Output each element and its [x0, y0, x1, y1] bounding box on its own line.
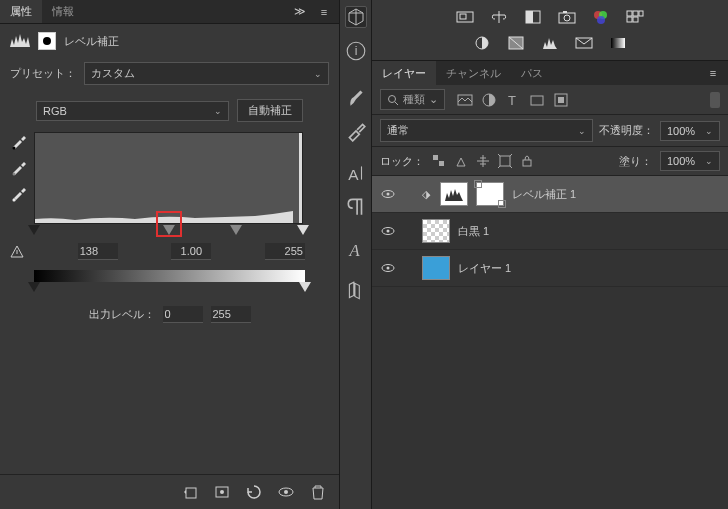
input-white-slider[interactable] — [297, 225, 309, 235]
top-tool-icons — [372, 0, 728, 34]
brush-settings-icon[interactable] — [345, 120, 367, 142]
delete-icon[interactable] — [309, 483, 327, 501]
gradient-icon[interactable] — [608, 34, 628, 52]
glyphs-icon[interactable]: A — [345, 238, 367, 260]
balance-icon[interactable] — [489, 8, 509, 26]
lock-label: ロック： — [380, 154, 424, 169]
lock-transparency-icon[interactable] — [432, 154, 446, 168]
adjustment-icon[interactable] — [472, 34, 492, 52]
tab-info[interactable]: 情報 — [42, 0, 84, 23]
toggle-visibility-icon[interactable] — [277, 483, 295, 501]
lock-image-icon[interactable] — [454, 154, 468, 168]
swatches-icon[interactable] — [625, 8, 645, 26]
svg-point-49 — [387, 230, 390, 233]
input-black-field[interactable] — [78, 243, 118, 260]
layer-item-levels[interactable]: ⬗ レベル補正 1 — [372, 176, 728, 213]
lock-all-icon[interactable] — [520, 154, 534, 168]
filter-adjust-icon[interactable] — [481, 92, 497, 108]
navigator-icon[interactable] — [455, 8, 475, 26]
svg-rect-45 — [523, 160, 531, 166]
output-black-slider[interactable] — [28, 282, 40, 292]
lock-position-icon[interactable] — [476, 154, 490, 168]
layer-thumbnail[interactable] — [440, 182, 468, 206]
contrast-icon[interactable] — [523, 8, 543, 26]
svg-point-6 — [220, 490, 224, 494]
svg-rect-27 — [627, 17, 632, 22]
input-gamma-field[interactable] — [171, 243, 211, 260]
properties-tabs: 属性 情報 ≫ ≡ — [0, 0, 339, 24]
previous-state-icon[interactable] — [213, 483, 231, 501]
info-icon[interactable]: i — [345, 40, 367, 62]
clip-to-layer-icon[interactable] — [181, 483, 199, 501]
envelope-icon[interactable] — [574, 34, 594, 52]
svg-rect-33 — [611, 38, 625, 48]
filter-toggle[interactable] — [710, 92, 720, 108]
camera-icon[interactable] — [557, 8, 577, 26]
white-eyedropper-icon[interactable] — [10, 184, 28, 202]
gray-eyedropper-icon[interactable] — [10, 158, 28, 176]
libraries-icon[interactable] — [345, 280, 367, 302]
character-icon[interactable]: A — [345, 162, 367, 184]
3d-icon[interactable] — [345, 6, 367, 28]
blend-mode-select[interactable]: 通常⌄ — [380, 119, 593, 142]
layer-item-bw[interactable]: 白黒 1 — [372, 213, 728, 250]
visibility-eye-icon[interactable] — [380, 186, 396, 202]
panel-menu-icon[interactable]: ≡ — [315, 3, 333, 21]
svg-rect-20 — [563, 11, 567, 13]
layer-item-1[interactable]: レイヤー 1 — [372, 250, 728, 287]
input-black-slider[interactable] — [28, 225, 40, 235]
styles-icon[interactable] — [506, 34, 526, 52]
output-white-slider[interactable] — [299, 282, 311, 292]
output-black-field[interactable] — [163, 306, 203, 323]
channel-select[interactable]: RGB⌄ — [36, 101, 229, 121]
svg-point-8 — [284, 490, 288, 494]
svg-rect-17 — [526, 11, 533, 23]
tab-channels[interactable]: チャンネル — [436, 61, 511, 85]
tab-properties[interactable]: 属性 — [0, 0, 42, 23]
filter-type-select[interactable]: 種類 ⌄ — [380, 89, 445, 110]
lock-artboard-icon[interactable] — [498, 154, 512, 168]
filter-smart-icon[interactable] — [553, 92, 569, 108]
input-mid-slider[interactable] — [230, 225, 242, 235]
tab-paths[interactable]: パス — [511, 61, 553, 85]
svg-rect-43 — [439, 161, 444, 166]
svg-text:T: T — [508, 93, 516, 108]
adjustment-title: レベル補正 — [64, 34, 119, 49]
svg-rect-25 — [633, 11, 638, 16]
paragraph-icon[interactable] — [345, 196, 367, 218]
collapse-icon[interactable]: ≫ — [291, 3, 309, 21]
svg-text:i: i — [354, 44, 357, 58]
opacity-select[interactable]: 100%⌄ — [660, 121, 720, 141]
layer-name: レイヤー 1 — [458, 261, 511, 276]
black-eyedropper-icon[interactable] — [10, 132, 28, 150]
svg-point-19 — [564, 15, 570, 21]
link-icon: ⬗ — [422, 188, 432, 201]
filter-shape-icon[interactable] — [529, 92, 545, 108]
svg-rect-4 — [186, 488, 196, 498]
brush-icon[interactable] — [345, 86, 367, 108]
reset-icon[interactable] — [245, 483, 263, 501]
histogram-panel-icon[interactable] — [540, 34, 560, 52]
color-wheel-icon[interactable] — [591, 8, 611, 26]
tab-layers[interactable]: レイヤー — [372, 61, 436, 85]
visibility-eye-icon[interactable] — [380, 223, 396, 239]
svg-point-34 — [389, 95, 396, 102]
preset-select[interactable]: カスタム⌄ — [84, 62, 329, 85]
svg-text:A: A — [348, 166, 359, 183]
mask-thumbnail[interactable] — [476, 182, 504, 206]
auto-button[interactable]: 自動補正 — [237, 99, 303, 122]
filter-pixel-icon[interactable] — [457, 92, 473, 108]
filter-type-icon[interactable]: T — [505, 92, 521, 108]
mid-toolbar: i A A — [340, 0, 372, 509]
output-gradient — [34, 270, 305, 282]
input-white-field[interactable] — [265, 243, 305, 260]
layer-thumbnail[interactable] — [422, 256, 450, 280]
layers-menu-icon[interactable]: ≡ — [704, 64, 722, 82]
visibility-eye-icon[interactable] — [380, 260, 396, 276]
layer-thumbnail[interactable] — [422, 219, 450, 243]
layer-name: レベル補正 1 — [512, 187, 576, 202]
output-white-field[interactable] — [211, 306, 251, 323]
svg-point-0 — [13, 147, 16, 150]
svg-point-23 — [597, 16, 605, 24]
fill-select[interactable]: 100%⌄ — [660, 151, 720, 171]
